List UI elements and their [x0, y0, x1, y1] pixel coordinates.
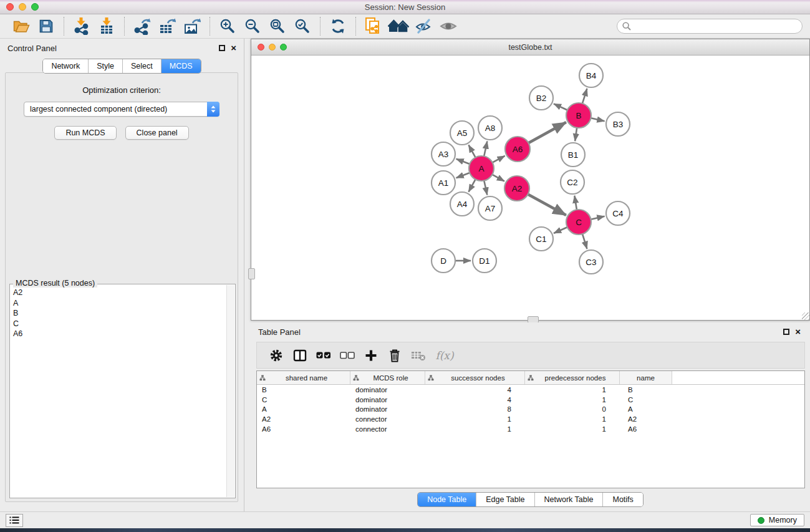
cell-successor-nodes[interactable]: 1	[425, 415, 525, 423]
edge-A-A8[interactable]	[484, 142, 487, 157]
float-panel-icon[interactable]	[783, 329, 789, 335]
window-left-grip[interactable]	[248, 268, 255, 279]
cell-shared-name[interactable]: B	[257, 386, 350, 394]
edge-A-A1[interactable]	[456, 173, 470, 178]
save-session-button[interactable]	[35, 16, 57, 36]
cell-successor-nodes[interactable]: 8	[425, 405, 525, 413]
result-item[interactable]: A6	[13, 329, 227, 339]
cell-MCDS-role[interactable]: dominator	[350, 396, 425, 404]
network-from-selection-button[interactable]	[362, 16, 385, 36]
cell-shared-name[interactable]: A2	[257, 415, 350, 423]
edge-C-C4[interactable]	[591, 216, 605, 220]
close-panel-icon[interactable]: ×	[795, 329, 801, 335]
cell-shared-name[interactable]: C	[257, 396, 350, 404]
result-item[interactable]: B	[13, 308, 227, 319]
cell-name[interactable]: A	[620, 405, 672, 413]
result-scrollbar[interactable]	[226, 285, 234, 497]
search-input[interactable]	[617, 19, 803, 34]
add-column-button[interactable]	[359, 345, 383, 366]
table-settings-button[interactable]	[264, 345, 288, 366]
edge-A-A7[interactable]	[484, 181, 487, 195]
cell-MCDS-role[interactable]: connector	[350, 425, 425, 433]
column-header-successor-nodes[interactable]: successor nodes	[425, 371, 525, 384]
tab-network[interactable]: Network	[43, 59, 89, 73]
zoom-selected-button[interactable]	[291, 16, 314, 36]
column-header-name[interactable]: name	[620, 371, 672, 384]
tab-mcds[interactable]: MCDS	[162, 59, 201, 73]
optimization-criterion-dropdown[interactable]: largest connected component (directed)	[24, 102, 219, 117]
result-item[interactable]: C	[13, 319, 227, 329]
edge-B-B1[interactable]	[575, 128, 577, 141]
column-header-predecessor-nodes[interactable]: predecessor nodes	[525, 371, 620, 384]
refresh-layout-button[interactable]	[327, 16, 349, 36]
float-panel-icon[interactable]	[219, 45, 225, 51]
run-mcds-button[interactable]: Run MCDS	[54, 126, 116, 140]
tab-select[interactable]: Select	[123, 59, 162, 73]
cell-MCDS-role[interactable]: connector	[350, 415, 425, 423]
export-network-button[interactable]	[131, 16, 153, 36]
table-row[interactable]: Adominator80A	[257, 405, 804, 415]
window-resize-grip[interactable]	[802, 312, 809, 320]
network-canvas[interactable]: B4B2BB3A5A8A6A3B1AA1C2A2A4A7C4CC1C3DD1	[251, 56, 809, 320]
select-all-button[interactable]	[312, 345, 335, 366]
edge-C-C1[interactable]	[554, 227, 567, 233]
edge-A-A5[interactable]	[469, 145, 476, 157]
export-image-button[interactable]	[181, 16, 203, 36]
tab-network-table[interactable]: Network Table	[535, 493, 604, 506]
table-row[interactable]: A2connector11A2	[257, 414, 804, 424]
import-table-button[interactable]	[95, 16, 118, 36]
first-neighbors-button[interactable]	[387, 16, 410, 36]
cell-predecessor-nodes[interactable]: 1	[525, 386, 620, 394]
cell-predecessor-nodes[interactable]: 1	[525, 415, 620, 423]
column-visibility-button[interactable]	[288, 345, 312, 366]
edge-A-A6[interactable]	[493, 156, 505, 163]
cell-shared-name[interactable]: A	[257, 405, 350, 413]
column-header-MCDS-role[interactable]: MCDS role	[350, 371, 425, 384]
edge-B-B2[interactable]	[554, 104, 567, 110]
edge-A2-C[interactable]	[528, 195, 566, 215]
cell-shared-name[interactable]: A6	[257, 425, 350, 433]
edge-A-A4[interactable]	[469, 180, 476, 192]
memory-button[interactable]: Memory	[750, 514, 804, 526]
minimize-window-button[interactable]	[269, 44, 276, 51]
cell-name[interactable]: C	[620, 396, 672, 404]
zoom-fit-button[interactable]	[266, 16, 289, 36]
cell-successor-nodes[interactable]: 1	[425, 425, 525, 433]
column-header-shared-name[interactable]: shared name	[257, 371, 350, 384]
delete-column-button[interactable]	[383, 345, 407, 366]
edge-A-A2[interactable]	[492, 175, 504, 181]
tab-edge-table[interactable]: Edge Table	[476, 493, 534, 506]
cell-predecessor-nodes[interactable]: 1	[525, 396, 620, 404]
minimize-window-button[interactable]	[19, 3, 26, 11]
export-table-button[interactable]	[156, 16, 178, 36]
cell-name[interactable]: B	[620, 386, 672, 394]
cell-successor-nodes[interactable]: 4	[425, 396, 525, 404]
edge-C-C3[interactable]	[582, 234, 587, 249]
table-row[interactable]: Cdominator41C	[257, 395, 804, 405]
edge-B-B3[interactable]	[591, 118, 605, 121]
task-history-button[interactable]	[6, 514, 23, 527]
close-panel-icon[interactable]: ×	[231, 45, 236, 51]
cell-name[interactable]: A2	[620, 415, 672, 423]
close-window-button[interactable]	[6, 3, 14, 11]
show-all-button[interactable]	[437, 16, 460, 36]
cell-predecessor-nodes[interactable]: 1	[525, 425, 620, 433]
result-item[interactable]: A	[13, 298, 227, 309]
table-row[interactable]: A6connector11A6	[257, 424, 804, 434]
edge-B-B4[interactable]	[582, 89, 587, 104]
deselect-all-button[interactable]	[335, 345, 359, 366]
cell-name[interactable]: A6	[620, 425, 672, 433]
open-session-button[interactable]	[10, 16, 32, 36]
hide-selected-button[interactable]	[412, 16, 435, 36]
edge-A-A3[interactable]	[456, 159, 470, 164]
import-network-button[interactable]	[70, 16, 93, 36]
maximize-window-button[interactable]	[31, 3, 39, 11]
tab-motifs[interactable]: Motifs	[603, 493, 642, 506]
tab-node-table[interactable]: Node Table	[418, 493, 476, 506]
cell-MCDS-role[interactable]: dominator	[350, 405, 425, 413]
tab-style[interactable]: Style	[89, 59, 123, 73]
maximize-window-button[interactable]	[280, 44, 287, 51]
cell-successor-nodes[interactable]: 4	[425, 386, 525, 394]
zoom-in-button[interactable]	[216, 16, 239, 36]
close-window-button[interactable]	[258, 44, 264, 51]
